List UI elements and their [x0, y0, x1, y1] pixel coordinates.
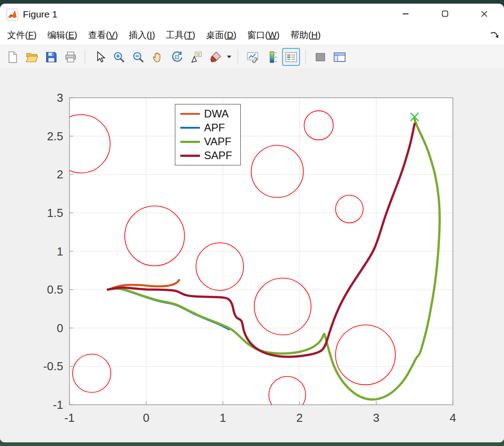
- window-title: Figure 1: [23, 9, 57, 20]
- legend-label: SAPF: [204, 150, 232, 161]
- pan-hand-icon: [151, 51, 164, 64]
- link-plot-button[interactable]: [243, 48, 261, 66]
- dock-arrow-icon: [489, 30, 500, 41]
- menu-item-window[interactable]: 窗口(W): [242, 26, 285, 44]
- open-folder-icon: [26, 51, 39, 64]
- printer-icon: [64, 51, 77, 64]
- show-plot-tools-icon: [333, 51, 346, 64]
- title-bar: Figure 1: [0, 4, 504, 25]
- data-cursor-button[interactable]: [187, 48, 205, 66]
- legend-line-swatch: [180, 155, 200, 157]
- legend-label: DWA: [204, 108, 229, 119]
- legend-line-swatch: [180, 113, 200, 115]
- close-icon: [481, 10, 488, 19]
- menu-item-view[interactable]: 查看(V): [83, 26, 123, 44]
- y-tick-label: 2.5: [47, 130, 63, 143]
- menu-item-insert[interactable]: 插入(I): [123, 26, 161, 44]
- toolbar: [0, 45, 504, 69]
- zoom-in-button[interactable]: [110, 48, 128, 66]
- legend-label: VAPF: [204, 136, 231, 147]
- zoom-in-icon: [113, 51, 126, 64]
- legend-label: APF: [204, 122, 225, 133]
- hide-plot-tools-icon: [314, 51, 327, 64]
- y-tick-label: 3: [57, 91, 63, 104]
- y-tick-label: 1.5: [47, 206, 63, 220]
- legend-entry-dwa: DWA: [180, 108, 232, 119]
- print-figure-button[interactable]: [61, 48, 79, 66]
- figure-canvas: -101234-1-0.500.511.522.53 DWAAPFVAPFSAP…: [0, 68, 504, 442]
- insert-legend-button[interactable]: [282, 48, 300, 66]
- cursor-arrow-icon: [93, 51, 106, 64]
- legend-icon: [285, 51, 298, 64]
- legend-line-swatch: [180, 141, 200, 143]
- matlab-logo-icon: [6, 9, 18, 21]
- window-controls: [386, 4, 504, 25]
- rotate-3d-button[interactable]: [168, 48, 186, 66]
- menu-item-edit[interactable]: 编辑(E): [42, 26, 83, 44]
- pan-button[interactable]: [148, 48, 166, 66]
- close-button[interactable]: [465, 4, 504, 25]
- hide-plot-tools-button[interactable]: [311, 48, 329, 66]
- x-tick-label: -1: [64, 411, 74, 424]
- x-tick-label: 3: [373, 411, 379, 424]
- y-tick-label: 1: [57, 245, 63, 258]
- y-tick-label: -1: [53, 398, 63, 411]
- link-plot-icon: [246, 51, 259, 64]
- insert-colorbar-button[interactable]: [263, 48, 281, 66]
- data-cursor-icon: [190, 51, 203, 64]
- colorbar-icon: [265, 51, 278, 64]
- legend-entry-vapf: VAPF: [180, 136, 232, 147]
- brush-icon: [209, 51, 222, 64]
- minimize-icon: [402, 10, 409, 18]
- menu-bar: 文件(F)编辑(E)查看(V)插入(I)工具(T)桌面(D)窗口(W)帮助(H): [0, 25, 504, 45]
- y-tick-label: 0: [57, 321, 63, 335]
- save-figure-button[interactable]: [42, 48, 60, 66]
- y-tick-label: 2: [57, 168, 63, 181]
- open-file-button[interactable]: [23, 48, 41, 66]
- menu-item-desktop[interactable]: 桌面(D): [200, 26, 242, 44]
- y-tick-label: 0.5: [47, 283, 63, 296]
- maximize-icon: [442, 10, 448, 18]
- save-floppy-icon: [45, 51, 58, 64]
- legend-entry-apf: APF: [180, 122, 232, 133]
- legend-line-swatch: [180, 127, 200, 129]
- new-document-icon: [6, 51, 19, 64]
- figure-window: Figure 1 文件(F)编辑(E)查看(V)插入(I)工具(T)桌面(D)窗…: [0, 4, 504, 442]
- new-figure-button[interactable]: [4, 48, 22, 66]
- edit-plot-button[interactable]: [91, 48, 109, 66]
- y-tick-label: -0.5: [43, 359, 63, 373]
- brush-data-dropdown-button[interactable]: [226, 48, 232, 66]
- zoom-out-button[interactable]: [129, 48, 147, 66]
- menu-item-file[interactable]: 文件(F): [2, 26, 42, 44]
- minimize-button[interactable]: [386, 4, 425, 25]
- plot-canvas[interactable]: -101234-1-0.500.511.522.53: [0, 68, 504, 442]
- toolbar-separator: [305, 49, 306, 65]
- rotate-3d-icon: [170, 51, 183, 64]
- legend-box[interactable]: DWAAPFVAPFSAPF: [175, 104, 241, 165]
- maximize-button[interactable]: [425, 4, 465, 25]
- toolbar-separator: [238, 49, 238, 65]
- x-tick-label: 0: [143, 411, 149, 424]
- x-tick-label: 1: [220, 411, 226, 424]
- legend-entry-sapf: SAPF: [180, 150, 232, 161]
- dock-figure-button[interactable]: [489, 30, 500, 41]
- chevron-down-icon: [227, 56, 231, 58]
- toolbar-separator: [85, 49, 85, 65]
- brush-data-button[interactable]: [206, 48, 224, 66]
- show-plot-tools-button[interactable]: [330, 48, 348, 66]
- menu-item-help[interactable]: 帮助(H): [285, 26, 326, 44]
- x-tick-label: 4: [450, 411, 456, 424]
- zoom-out-icon: [132, 51, 145, 64]
- x-tick-label: 2: [296, 411, 303, 424]
- menu-item-tools[interactable]: 工具(T): [161, 26, 201, 44]
